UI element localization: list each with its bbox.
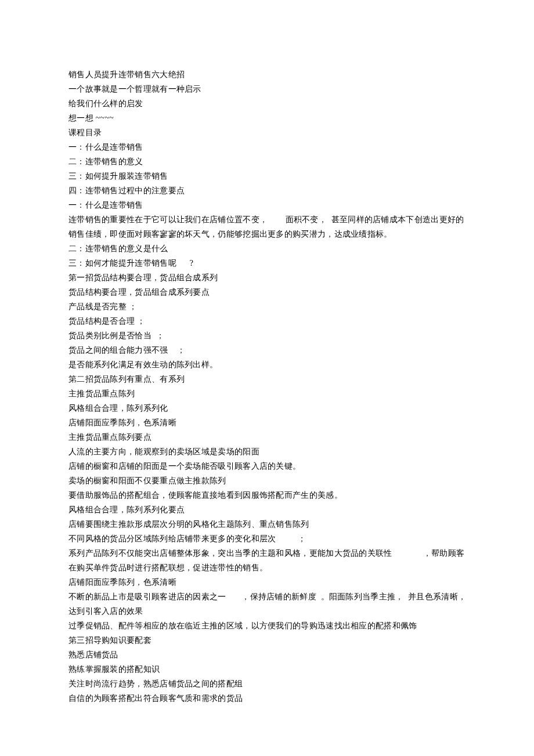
text-line: 店铺阳面应季陈列，色系清晰 [68, 415, 466, 430]
document-page: 销售人员提升连带销售六大绝招 一个故事就是一个哲理就有一种启示 给我们什么样的启… [0, 0, 534, 756]
text-line: 一：什么是连带销售 [68, 198, 466, 212]
text-line: 店铺要围绕主推款形成层次分明的风格化主题陈列、重点销售陈列 [68, 517, 466, 531]
text-line: 第二招货品陈列有重点、有系列 [68, 372, 466, 386]
text-line: 人流的主要方向，能观察到的卖场区域是卖场的阳面 [68, 444, 466, 459]
text-line: 熟练掌握服装的搭配知识 [68, 662, 466, 677]
text-line: 要借助服饰品的搭配组合，使顾客能直接地看到因服饰搭配而产生的美感。 [68, 488, 466, 502]
text-line: 过季促销品、配件等相应的放在临近主推的区域，以方便我们的导购迅速找出相应的配搭和… [68, 618, 466, 633]
text-line: 店铺阳面应季陈列，色系清晰 [68, 575, 466, 589]
text-line: 系列产品陈列不仅能突出店铺整体形象，突出当季的主题和风格，更能加大货品的关联性 … [68, 546, 466, 560]
text-line: 货品结构要合理，货品组合成系列要点 [68, 285, 466, 299]
text-line: 连带销售的重要性在于它可以让我们在店铺位置不变， 面积不变， 甚至同样的店铺成本… [68, 212, 466, 227]
text-line: 卖场的橱窗和阳面不仅要重点做主推款陈列 [68, 473, 466, 488]
text-line: 销售佳绩，即使面对顾客寥寥的坏天气，仍能够挖掘出更多的购买潜力，达成业绩指标。 [68, 227, 466, 241]
text-line: 风格组合合理，陈列系列化 [68, 401, 466, 415]
text-line: 想一想 ~~~~ [68, 111, 466, 125]
text-line: 第三招导购知识要配套 [68, 633, 466, 648]
text-line: 关注时尚流行趋势，熟悉店铺货品之间的搭配组 [68, 677, 466, 691]
text-line: 课程目录 [68, 125, 466, 140]
text-line: 主推货品重点陈列 [68, 386, 466, 401]
text-line: 二：连带销售的意义 [68, 154, 466, 169]
text-line: 不断的新品上市是吸引顾客进店的因素之一 ，保持店铺的新鲜度 。阳面陈列当季主推，… [68, 589, 466, 604]
text-line: 在购买单件货品时进行搭配联想，促进连带性的销售。 [68, 560, 466, 575]
text-line: 货品结构是否合理 ； [68, 314, 466, 328]
text-line: 一：什么是连带销售 [68, 140, 466, 154]
text-line: 四：连带销售过程中的注意要点 [68, 183, 466, 198]
text-line: 三：如何提升服装连带销售 [68, 169, 466, 183]
text-line: 熟悉店铺货品 [68, 648, 466, 662]
text-line: 给我们什么样的启发 [68, 96, 466, 111]
text-line: 自信的为顾客搭配出符合顾客气质和需求的货品 [68, 691, 466, 706]
text-line: 主推货品重点陈列要点 [68, 430, 466, 444]
text-line: 产品线是否完整 ； [68, 299, 466, 314]
text-line: 店铺的橱窗和店铺的阳面是一个卖场能否吸引顾客入店的关键。 [68, 459, 466, 473]
text-line: 销售人员提升连带销售六大绝招 [68, 67, 466, 82]
text-line: 是否能系列化满足有效生动的陈列出样。 [68, 357, 466, 372]
text-line: 货品类别比例是否恰当 ； [68, 328, 466, 343]
text-line: 第一招货品结构要合理，货品组合成系列 [68, 270, 466, 285]
text-line: 一个故事就是一个哲理就有一种启示 [68, 82, 466, 96]
text-line: 达到引客入店的效果 [68, 604, 466, 618]
text-line: 二：连带销售的意义是什么 [68, 241, 466, 256]
text-line: 风格组合合理，陈列系列化要点 [68, 502, 466, 517]
text-line: 货品之间的组合能力强不强 ； [68, 343, 466, 357]
text-line: 三：如何才能提升连带销售呢 ? [68, 256, 466, 270]
text-line: 不同风格的货品分区域陈列给店铺带来更多的变化和层次 ； [68, 531, 466, 546]
